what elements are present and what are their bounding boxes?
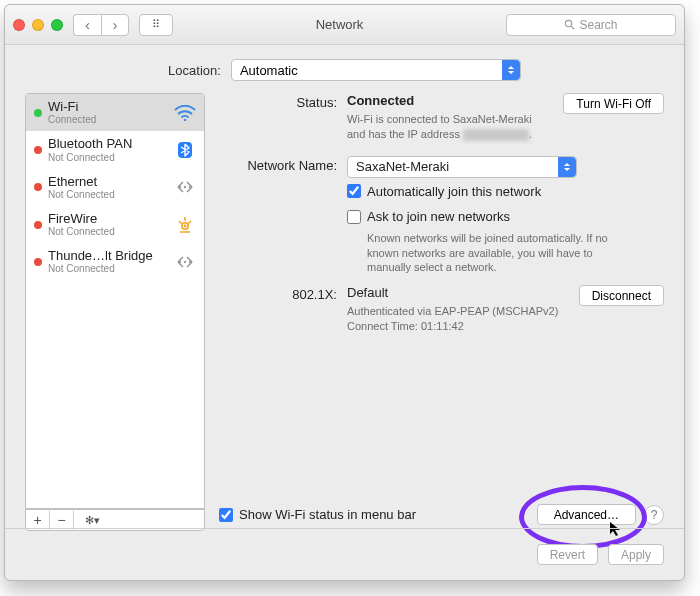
svg-point-12 (189, 261, 191, 263)
sidebar-item-label: Bluetooth PAN (48, 137, 168, 151)
ask-join-checkbox[interactable]: Ask to join new networks (347, 209, 510, 224)
search-icon (564, 19, 575, 30)
sidebar-item-label: Thunde…lt Bridge (48, 249, 168, 263)
status-value: Connected (347, 93, 414, 108)
sidebar-item-status: Connected (48, 114, 168, 125)
firewire-icon (174, 216, 196, 234)
location-select[interactable]: Automatic (231, 59, 521, 81)
sidebar-item-status: Not Connected (48, 152, 168, 163)
ethernet-icon (174, 253, 196, 271)
wifi-icon (174, 104, 196, 122)
revert-button[interactable]: Revert (537, 544, 598, 565)
sidebar-item-label: FireWire (48, 212, 168, 226)
sidebar-item-wifi[interactable]: Wi-Fi Connected (26, 94, 204, 131)
back-button[interactable]: ‹ (73, 14, 101, 36)
status-description: Wi-Fi is connected to SaxaNet-Meraki and… (347, 112, 551, 142)
help-button[interactable]: ? (644, 505, 664, 525)
sidebar-item-status: Not Connected (48, 189, 168, 200)
chevron-updown-icon (502, 60, 520, 80)
ask-join-label: Ask to join new networks (367, 209, 510, 224)
svg-point-0 (566, 20, 572, 26)
search-placeholder: Search (579, 18, 617, 32)
apply-button[interactable]: Apply (608, 544, 664, 565)
sidebar-item-firewire[interactable]: FireWire Not Connected (26, 206, 204, 243)
show-status-label: Show Wi-Fi status in menu bar (239, 507, 416, 522)
forward-button[interactable]: › (101, 14, 129, 36)
svg-point-4 (179, 186, 181, 188)
svg-point-2 (184, 118, 186, 120)
ask-join-description: Known networks will be joined automatica… (367, 231, 627, 276)
svg-point-5 (184, 186, 186, 188)
ip-address-redacted (463, 129, 529, 141)
chevron-updown-icon (558, 157, 576, 177)
status-dot-icon (34, 221, 42, 229)
disconnect-button[interactable]: Disconnect (579, 285, 664, 306)
status-dot-icon (34, 109, 42, 117)
status-dot-icon (34, 258, 42, 266)
network-name-label: Network Name: (219, 156, 347, 173)
location-label: Location: (168, 63, 221, 78)
show-status-checkbox[interactable]: Show Wi-Fi status in menu bar (219, 507, 416, 522)
sidebar-item-thunderbolt-bridge[interactable]: Thunde…lt Bridge Not Connected (26, 243, 204, 280)
window-controls (13, 19, 63, 31)
bluetooth-icon (174, 141, 196, 159)
auto-join-label: Automatically join this network (367, 184, 541, 199)
close-window-button[interactable] (13, 19, 25, 31)
minimize-window-button[interactable] (32, 19, 44, 31)
status-dot-icon (34, 146, 42, 154)
auto-join-checkbox[interactable]: Automatically join this network (347, 184, 541, 199)
show-all-button[interactable]: ⠿ (139, 14, 173, 36)
network-name-value: SaxaNet-Meraki (356, 159, 449, 174)
svg-point-6 (189, 186, 191, 188)
location-value: Automatic (240, 63, 298, 78)
show-status-input[interactable] (219, 508, 233, 522)
status-dot-icon (34, 183, 42, 191)
dot1x-connect-time: Connect Time: 01:11:42 (347, 319, 567, 334)
dot1x-value: Default (347, 285, 388, 300)
dot1x-auth: Authenticated via EAP-PEAP (MSCHAPv2) (347, 304, 567, 319)
auto-join-input[interactable] (347, 184, 361, 198)
sidebar-item-label: Ethernet (48, 175, 168, 189)
interface-list: Wi-Fi Connected Bluetooth PAN Not Connec… (25, 93, 205, 509)
network-name-select[interactable]: SaxaNet-Meraki (347, 156, 577, 178)
sidebar-item-label: Wi-Fi (48, 100, 168, 114)
window-title: Network (173, 17, 506, 32)
search-input[interactable]: Search (506, 14, 676, 36)
sidebar-item-status: Not Connected (48, 263, 168, 274)
status-label: Status: (219, 93, 347, 110)
sidebar-item-status: Not Connected (48, 226, 168, 237)
svg-line-1 (572, 26, 575, 29)
svg-point-11 (184, 261, 186, 263)
turn-wifi-off-button[interactable]: Turn Wi-Fi Off (563, 93, 664, 114)
dot1x-label: 802.1X: (219, 285, 347, 302)
svg-point-10 (179, 261, 181, 263)
ask-join-input[interactable] (347, 210, 361, 224)
svg-point-8 (184, 224, 187, 227)
ethernet-icon (174, 178, 196, 196)
zoom-window-button[interactable] (51, 19, 63, 31)
sidebar-item-ethernet[interactable]: Ethernet Not Connected (26, 169, 204, 206)
sidebar-item-bluetooth-pan[interactable]: Bluetooth PAN Not Connected (26, 131, 204, 168)
